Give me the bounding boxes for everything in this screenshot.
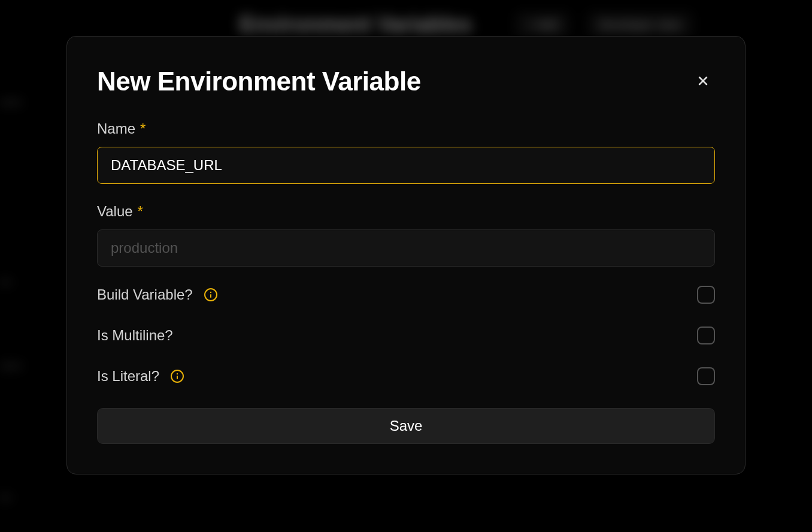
name-label: Name * (97, 120, 715, 137)
build-variable-label-group: Build Variable? (97, 286, 218, 303)
modal-overlay: New Environment Variable Name * Value * (0, 0, 812, 532)
is-literal-label: Is Literal? (97, 368, 159, 385)
name-field-group: Name * (97, 120, 715, 184)
modal-title: New Environment Variable (97, 66, 421, 96)
is-multiline-label: Is Multiline? (97, 327, 173, 344)
svg-point-4 (177, 373, 178, 374)
required-asterisk: * (140, 120, 146, 137)
info-icon[interactable] (204, 288, 218, 302)
svg-point-1 (210, 292, 211, 293)
svg-rect-5 (177, 376, 178, 379)
name-input[interactable] (97, 147, 715, 184)
new-env-variable-modal: New Environment Variable Name * Value * (66, 36, 746, 474)
close-button[interactable] (691, 69, 715, 95)
value-input[interactable] (97, 229, 715, 267)
build-variable-row: Build Variable? (97, 286, 715, 304)
build-variable-label: Build Variable? (97, 286, 193, 303)
is-literal-row: Is Literal? (97, 367, 715, 385)
required-asterisk: * (138, 203, 143, 220)
value-label-text: Value (97, 203, 133, 220)
svg-rect-2 (210, 294, 211, 298)
name-label-text: Name (97, 120, 135, 137)
value-field-group: Value * (97, 203, 715, 267)
is-multiline-label-group: Is Multiline? (97, 327, 173, 344)
save-button[interactable]: Save (97, 408, 715, 444)
is-literal-checkbox[interactable] (697, 367, 715, 385)
close-icon (696, 74, 710, 90)
is-multiline-checkbox[interactable] (697, 327, 715, 344)
value-label: Value * (97, 203, 715, 220)
info-icon[interactable] (170, 369, 184, 383)
is-multiline-row: Is Multiline? (97, 327, 715, 344)
is-literal-label-group: Is Literal? (97, 368, 184, 385)
modal-header: New Environment Variable (97, 66, 715, 96)
build-variable-checkbox[interactable] (697, 286, 715, 304)
